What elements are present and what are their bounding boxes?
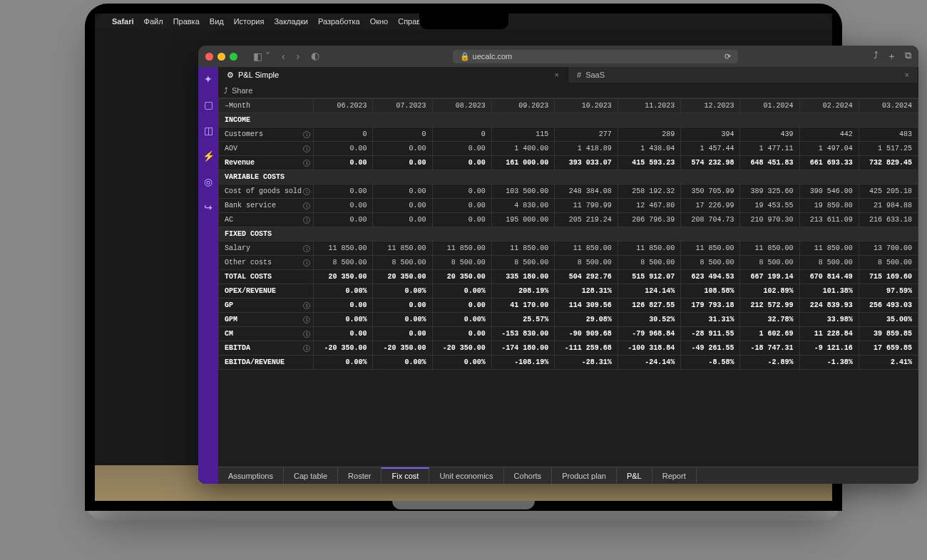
- logo-icon[interactable]: ✦: [202, 73, 215, 85]
- cell-value[interactable]: 17 226.99: [681, 199, 740, 213]
- address-bar[interactable]: 🔒 uecalc.com ⟳: [453, 50, 738, 63]
- cell-value[interactable]: 1 438.04: [618, 142, 681, 156]
- cell-value[interactable]: 0.00%: [373, 356, 432, 370]
- cell-value[interactable]: -8.58%: [681, 356, 740, 370]
- cell-value[interactable]: 0.00: [432, 156, 491, 170]
- cell-value[interactable]: 11 850.00: [555, 242, 618, 256]
- cell-value[interactable]: 114 309.56: [555, 299, 618, 313]
- folder-icon[interactable]: ▢: [202, 98, 215, 111]
- cell-value[interactable]: -79 968.84: [618, 327, 681, 341]
- cell-value[interactable]: 0.00%: [432, 284, 491, 299]
- cell-value[interactable]: 195 000.00: [491, 213, 555, 227]
- cell-value[interactable]: 0: [373, 128, 432, 142]
- cell-value[interactable]: 25.57%: [491, 313, 555, 327]
- cell-value[interactable]: 0.00: [314, 142, 373, 156]
- menubar-item[interactable]: Правка: [173, 17, 200, 26]
- logout-icon[interactable]: ↪: [202, 201, 215, 214]
- cell-value[interactable]: 103 500.00: [491, 185, 555, 199]
- cell-value[interactable]: 11 850.00: [491, 242, 555, 256]
- cell-value[interactable]: 0.00: [314, 327, 373, 341]
- menubar-item[interactable]: Файл: [144, 17, 163, 26]
- cell-value[interactable]: -153 830.00: [491, 327, 555, 341]
- shield-icon[interactable]: ◐: [308, 50, 322, 63]
- cell-value[interactable]: -111 259.68: [555, 341, 618, 356]
- cell-value[interactable]: 0.00%: [314, 313, 373, 327]
- cell-value[interactable]: 0.00: [314, 199, 373, 213]
- minimize-window-button[interactable]: [217, 53, 225, 61]
- info-icon[interactable]: i: [303, 302, 310, 309]
- cell-value[interactable]: 124.14%: [618, 284, 681, 299]
- cell-value[interactable]: 0.00: [373, 199, 432, 213]
- cell-value[interactable]: 394: [681, 128, 740, 142]
- cell-value[interactable]: -20 350.00: [432, 341, 491, 356]
- cell-value[interactable]: 20 350.00: [314, 270, 373, 284]
- share-icon[interactable]: ⤴: [874, 50, 879, 63]
- cell-value[interactable]: 0.00: [373, 142, 432, 156]
- cell-value[interactable]: 0.00: [432, 142, 491, 156]
- menubar-item[interactable]: Разработка: [318, 17, 360, 26]
- cell-value[interactable]: 8 500.00: [491, 256, 555, 270]
- cell-value[interactable]: 210 970.30: [740, 213, 799, 227]
- cell-value[interactable]: 2.41%: [859, 356, 918, 370]
- menubar-app-name[interactable]: Safari: [112, 17, 134, 26]
- sheet-tab[interactable]: Product plan: [552, 467, 617, 484]
- cell-value[interactable]: 206 796.39: [618, 213, 681, 227]
- cell-value[interactable]: 0.00%: [373, 313, 432, 327]
- cell-value[interactable]: 39 859.85: [859, 327, 918, 341]
- cell-value[interactable]: 732 829.45: [859, 156, 918, 170]
- sheet-tab[interactable]: Roster: [338, 467, 381, 484]
- cell-value[interactable]: 8 500.00: [314, 256, 373, 270]
- cell-value[interactable]: 11 850.00: [681, 242, 740, 256]
- cell-value[interactable]: 256 493.03: [859, 299, 918, 313]
- cell-value[interactable]: 574 232.98: [681, 156, 740, 170]
- info-icon[interactable]: i: [303, 131, 310, 138]
- cell-value[interactable]: -108.19%: [491, 356, 555, 370]
- cell-value[interactable]: 8 500.00: [799, 256, 859, 270]
- cell-value[interactable]: 21 984.88: [859, 199, 918, 213]
- reload-icon[interactable]: ⟳: [724, 52, 731, 61]
- cell-value[interactable]: 0.00: [373, 185, 432, 199]
- close-tab-icon[interactable]: ×: [555, 71, 559, 79]
- cell-value[interactable]: 0.00: [432, 199, 491, 213]
- sheet-tab[interactable]: Report: [652, 467, 697, 484]
- cell-value[interactable]: -18 747.31: [740, 341, 799, 356]
- info-icon[interactable]: i: [303, 145, 310, 152]
- cell-value[interactable]: 224 839.93: [799, 299, 859, 313]
- cell-value[interactable]: 11 850.00: [314, 242, 373, 256]
- cell-value[interactable]: 415 593.23: [618, 156, 681, 170]
- cell-value[interactable]: 1 602.69: [740, 327, 799, 341]
- cell-value[interactable]: 208 704.73: [681, 213, 740, 227]
- cell-value[interactable]: -28 911.55: [681, 327, 740, 341]
- cell-value[interactable]: 20 350.00: [373, 270, 432, 284]
- info-icon[interactable]: i: [303, 245, 310, 252]
- cell-value[interactable]: 0.00: [432, 185, 491, 199]
- cell-value[interactable]: 515 912.07: [618, 270, 681, 284]
- cell-value[interactable]: -20 350.00: [373, 341, 432, 356]
- cell-value[interactable]: 8 500.00: [432, 256, 491, 270]
- target-icon[interactable]: ◎: [202, 175, 215, 188]
- cell-value[interactable]: 29.08%: [555, 313, 618, 327]
- cell-value[interactable]: 17 659.85: [859, 341, 918, 356]
- info-icon[interactable]: i: [303, 188, 310, 195]
- cell-value[interactable]: 11 850.00: [432, 242, 491, 256]
- cell-value[interactable]: 393 033.07: [555, 156, 618, 170]
- maximize-window-button[interactable]: [230, 53, 237, 61]
- cell-value[interactable]: 0.00: [314, 156, 373, 170]
- cell-value[interactable]: -1.38%: [799, 356, 859, 370]
- cell-value[interactable]: 11 850.00: [740, 242, 799, 256]
- cell-value[interactable]: 0.00: [373, 213, 432, 227]
- sheet-tab[interactable]: Fix cost: [381, 467, 429, 484]
- cell-value[interactable]: 1 517.25: [859, 142, 918, 156]
- cell-value[interactable]: 11 850.00: [799, 242, 859, 256]
- cell-value[interactable]: 1 497.04: [799, 142, 859, 156]
- cell-value[interactable]: 0.00: [314, 213, 373, 227]
- cell-value[interactable]: 0.00%: [432, 356, 491, 370]
- menubar-item[interactable]: История: [234, 17, 265, 26]
- cell-value[interactable]: 0.00: [373, 156, 432, 170]
- cell-value[interactable]: -20 350.00: [314, 341, 373, 356]
- cell-value[interactable]: 661 693.33: [799, 156, 859, 170]
- forward-button-icon[interactable]: ›: [294, 51, 303, 62]
- cell-value[interactable]: 216 633.18: [859, 213, 918, 227]
- cell-value[interactable]: 205 219.24: [555, 213, 618, 227]
- cell-value[interactable]: 13 700.00: [859, 242, 918, 256]
